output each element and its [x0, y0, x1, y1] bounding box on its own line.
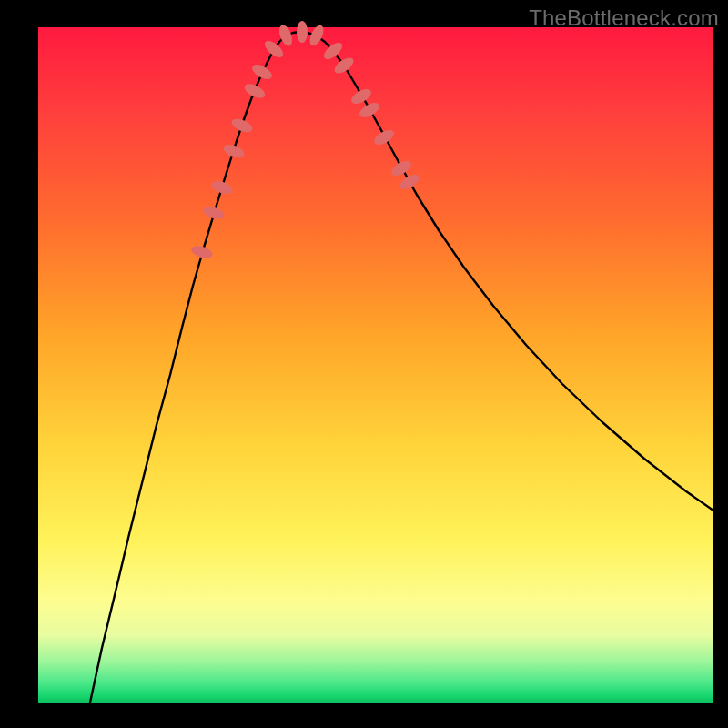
bead-marker-3 [222, 142, 247, 160]
bead-marker-2 [210, 178, 235, 196]
chart-plot-area [38, 27, 713, 703]
bead-marker-4 [230, 116, 255, 135]
bead-marker-8 [277, 24, 294, 48]
chart-svg [38, 27, 713, 703]
bead-marker-16 [389, 158, 414, 179]
bead-marker-5 [243, 81, 268, 101]
chart-curves [90, 32, 713, 703]
bead-marker-17 [398, 172, 422, 193]
bead-marker-14 [358, 100, 382, 120]
bead-marker-13 [349, 86, 374, 106]
chart-frame: TheBottleneck.com [0, 0, 728, 728]
bead-marker-7 [262, 38, 286, 61]
bead-marker-12 [332, 55, 357, 76]
bead-marker-6 [250, 62, 275, 82]
bead-marker-1 [202, 205, 227, 222]
chart-markers [190, 21, 422, 260]
bead-marker-15 [372, 127, 397, 147]
bead-marker-10 [307, 24, 326, 48]
watermark-text: TheBottleneck.com [529, 5, 719, 31]
bead-marker-0 [190, 244, 214, 260]
series-bottleneck-curve-left [90, 35, 286, 703]
bead-marker-9 [297, 21, 308, 43]
